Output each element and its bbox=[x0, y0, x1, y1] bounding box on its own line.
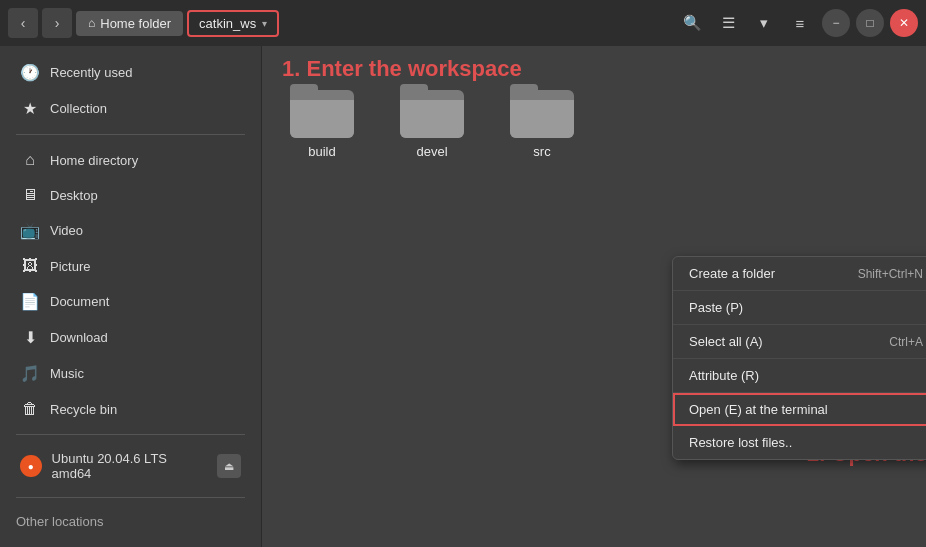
ubuntu-label: Ubuntu 20.04.6 LTS amd64 bbox=[52, 451, 208, 481]
forward-button[interactable]: › bbox=[42, 8, 72, 38]
file-item-build[interactable]: build bbox=[282, 76, 362, 167]
home-tab[interactable]: ⌂ Home folder bbox=[76, 11, 183, 36]
instruction-step1: 1. Enter the workspace bbox=[282, 56, 522, 82]
download-icon: ⬇ bbox=[20, 328, 40, 347]
sidebar-label-collection: Collection bbox=[50, 101, 107, 116]
menu-item-select-all[interactable]: Select all (A) Ctrl+A bbox=[673, 325, 926, 359]
sidebar-divider-1 bbox=[16, 134, 245, 135]
home-icon: ⌂ bbox=[88, 16, 95, 30]
sidebar-label-recently-used: Recently used bbox=[50, 65, 132, 80]
sidebar-item-collection[interactable]: ★ Collection bbox=[4, 91, 257, 126]
files-grid: build devel src bbox=[282, 76, 906, 167]
desktop-icon: 🖥 bbox=[20, 186, 40, 204]
sidebar-item-recently-used[interactable]: 🕐 Recently used bbox=[4, 55, 257, 90]
sidebar-item-home-directory[interactable]: ⌂ Home directory bbox=[4, 143, 257, 177]
file-label-src: src bbox=[533, 144, 550, 159]
sidebar-label-music: Music bbox=[50, 366, 84, 381]
sidebar-divider-3 bbox=[16, 497, 245, 498]
ubuntu-icon: ● bbox=[20, 455, 42, 477]
clock-icon: 🕐 bbox=[20, 63, 40, 82]
file-label-build: build bbox=[308, 144, 335, 159]
chevron-down-icon: ▾ bbox=[262, 18, 267, 29]
music-icon: 🎵 bbox=[20, 364, 40, 383]
folder-icon-devel bbox=[400, 84, 464, 138]
sidebar-item-ubuntu[interactable]: ● Ubuntu 20.04.6 LTS amd64 ⏏ bbox=[4, 443, 257, 489]
picture-icon: 🖼 bbox=[20, 257, 40, 275]
menu-item-create-folder[interactable]: Create a folder Shift+Ctrl+N bbox=[673, 257, 926, 291]
path-label: catkin_ws bbox=[199, 16, 256, 31]
video-icon: 📺 bbox=[20, 221, 40, 240]
sidebar-label-desktop: Desktop bbox=[50, 188, 98, 203]
sidebar-label-video: Video bbox=[50, 223, 83, 238]
path-tab[interactable]: catkin_ws ▾ bbox=[187, 10, 279, 37]
file-area: 1. Enter the workspace build devel bbox=[262, 46, 926, 547]
sidebar-item-document[interactable]: 📄 Document bbox=[4, 284, 257, 319]
menu-shortcut-select-all: Ctrl+A bbox=[889, 335, 923, 349]
menu-label-open-terminal: Open (E) at the terminal bbox=[689, 402, 828, 417]
maximize-button[interactable]: □ bbox=[856, 9, 884, 37]
home-dir-icon: ⌂ bbox=[20, 151, 40, 169]
sidebar-label-download: Download bbox=[50, 330, 108, 345]
document-icon: 📄 bbox=[20, 292, 40, 311]
sidebar-item-other-locations[interactable]: Other locations bbox=[0, 506, 261, 537]
context-menu: Create a folder Shift+Ctrl+N Paste (P) S… bbox=[672, 256, 926, 460]
back-button[interactable]: ‹ bbox=[8, 8, 38, 38]
sidebar-label-document: Document bbox=[50, 294, 109, 309]
eject-button[interactable]: ⏏ bbox=[217, 454, 241, 478]
star-icon: ★ bbox=[20, 99, 40, 118]
other-locations-label: Other locations bbox=[16, 514, 103, 529]
file-item-src[interactable]: src bbox=[502, 76, 582, 167]
sidebar-item-picture[interactable]: 🖼 Picture bbox=[4, 249, 257, 283]
menu-label-restore: Restore lost files.. bbox=[689, 435, 792, 450]
folder-icon-build bbox=[290, 84, 354, 138]
menu-label-attribute: Attribute (R) bbox=[689, 368, 759, 383]
sidebar-item-desktop[interactable]: 🖥 Desktop bbox=[4, 178, 257, 212]
folder-icon-src bbox=[510, 84, 574, 138]
sidebar-label-picture: Picture bbox=[50, 259, 90, 274]
sidebar-item-video[interactable]: 📺 Video bbox=[4, 213, 257, 248]
search-button[interactable]: 🔍 bbox=[676, 7, 708, 39]
home-tab-label: Home folder bbox=[100, 16, 171, 31]
menu-shortcut-create-folder: Shift+Ctrl+N bbox=[858, 267, 923, 281]
sidebar-item-recycle-bin[interactable]: 🗑 Recycle bin bbox=[4, 392, 257, 426]
file-item-devel[interactable]: devel bbox=[392, 76, 472, 167]
sidebar-label-home-directory: Home directory bbox=[50, 153, 138, 168]
sidebar-divider-2 bbox=[16, 434, 245, 435]
menu-label-paste: Paste (P) bbox=[689, 300, 743, 315]
trash-icon: 🗑 bbox=[20, 400, 40, 418]
menu-label-select-all: Select all (A) bbox=[689, 334, 763, 349]
sidebar-item-music[interactable]: 🎵 Music bbox=[4, 356, 257, 391]
sidebar-label-recycle-bin: Recycle bin bbox=[50, 402, 117, 417]
title-bar: ‹ › ⌂ Home folder catkin_ws ▾ 🔍 ☰ ▾ ≡ − … bbox=[0, 0, 926, 46]
menu-item-paste[interactable]: Paste (P) bbox=[673, 291, 926, 325]
main-container: 🕐 Recently used ★ Collection ⌂ Home dire… bbox=[0, 46, 926, 547]
menu-label-create-folder: Create a folder bbox=[689, 266, 775, 281]
view-options-button[interactable]: ▾ bbox=[748, 7, 780, 39]
file-label-devel: devel bbox=[416, 144, 447, 159]
menu-item-open-terminal[interactable]: Open (E) at the terminal bbox=[673, 393, 926, 426]
sidebar-item-download[interactable]: ⬇ Download bbox=[4, 320, 257, 355]
menu-item-attribute[interactable]: Attribute (R) bbox=[673, 359, 926, 393]
list-view-button[interactable]: ☰ bbox=[712, 7, 744, 39]
sidebar: 🕐 Recently used ★ Collection ⌂ Home dire… bbox=[0, 46, 262, 547]
menu-item-restore[interactable]: Restore lost files.. bbox=[673, 426, 926, 459]
menu-button[interactable]: ≡ bbox=[784, 7, 816, 39]
close-button[interactable]: ✕ bbox=[890, 9, 918, 37]
minimize-button[interactable]: − bbox=[822, 9, 850, 37]
